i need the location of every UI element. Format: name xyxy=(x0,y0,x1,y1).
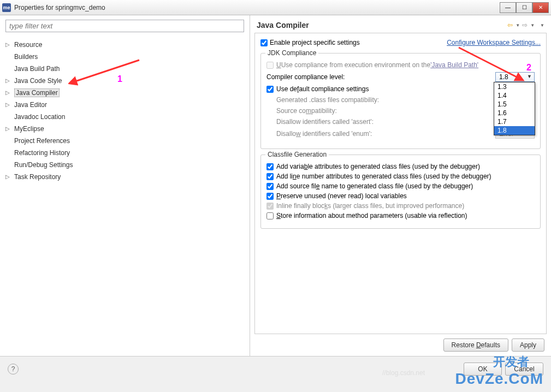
back-icon[interactable]: ⇦ xyxy=(507,21,513,29)
main-content: Resource Builders Java Build Path Java C… xyxy=(0,15,551,356)
compliance-level-row: Compiler compliance level: 1.8 1.3 1.4 1… xyxy=(266,72,535,82)
compliance-level-dropdown: 1.3 1.4 1.5 1.6 1.7 1.8 xyxy=(494,82,535,135)
enable-project-settings-checkbox[interactable] xyxy=(260,39,268,46)
inline-finally-row: Inline finally blocks (larger class file… xyxy=(266,202,535,210)
store-method-params-row: Store information about method parameter… xyxy=(266,212,535,219)
apply-button[interactable]: Apply xyxy=(512,338,544,352)
disallow-assert-label: Disallow identifiers called 'assert': xyxy=(276,118,374,126)
tree-item-run-debug-settings[interactable]: Run/Debug Settings xyxy=(5,159,244,171)
maximize-button[interactable]: ☐ xyxy=(516,2,532,13)
watermark-faint: //blog.csdn.net xyxy=(382,369,425,377)
tree-item-java-code-style[interactable]: Java Code Style xyxy=(5,75,244,87)
forward-dropdown-icon[interactable]: ▼ xyxy=(530,23,535,28)
use-exec-env-checkbox xyxy=(266,62,274,69)
add-var-attrs-checkbox[interactable] xyxy=(266,163,274,170)
configure-workspace-link[interactable]: Configure Workspace Settings... xyxy=(447,39,541,46)
tree-item-task-repository[interactable]: Task Repository xyxy=(5,171,244,183)
java-build-path-link[interactable]: 'Java Build Path' xyxy=(430,61,478,69)
dropdown-option-1-6[interactable]: 1.6 xyxy=(494,109,535,117)
gen-class-compat-label: Generated .class files compatibility: xyxy=(276,96,379,104)
close-button[interactable]: ✕ xyxy=(532,2,549,13)
store-method-params-label: Store information about method parameter… xyxy=(276,212,467,219)
classfile-generation-group: Classfile Generation Add variable attrib… xyxy=(260,155,541,229)
menu-dropdown-icon[interactable]: ▼ xyxy=(540,23,544,28)
titlebar: me Properties for springmvc_demo — ☐ ✕ xyxy=(0,0,551,15)
back-dropdown-icon[interactable]: ▼ xyxy=(516,23,520,28)
page-title: Java Compiler xyxy=(257,21,507,29)
right-body: Enable project specific settings Configu… xyxy=(254,33,547,334)
inline-finally-label: Inline finally blocks (larger class file… xyxy=(276,202,464,210)
tree-item-resource[interactable]: Resource xyxy=(5,39,244,51)
add-var-attrs-label: Add variable attributes to generated cla… xyxy=(276,163,480,170)
filter-input[interactable] xyxy=(5,20,244,32)
forward-icon[interactable]: ⇨ xyxy=(522,21,528,29)
right-header: Java Compiler ⇦▼ ⇨▼ ▼ xyxy=(250,15,551,33)
add-line-num-label: Add line number attributes to generated … xyxy=(276,173,491,180)
tree-item-builders[interactable]: Builders xyxy=(5,51,244,63)
help-icon[interactable]: ? xyxy=(8,364,19,375)
compliance-level-select[interactable]: 1.8 xyxy=(495,72,535,82)
dropdown-option-1-8[interactable]: 1.8 xyxy=(494,126,535,135)
tree-item-java-build-path[interactable]: Java Build Path xyxy=(5,63,244,75)
restore-defaults-button[interactable]: Restore Defaults xyxy=(443,338,508,352)
add-src-file-label: Add source file name to generated class … xyxy=(276,182,473,190)
tree-item-project-references[interactable]: Project References xyxy=(5,135,244,147)
dropdown-option-1-5[interactable]: 1.5 xyxy=(494,100,535,109)
tree-item-java-editor[interactable]: Java Editor xyxy=(5,99,244,111)
preserve-unused-label: Preserve unused (never read) local varia… xyxy=(276,192,407,200)
use-default-compliance-checkbox[interactable] xyxy=(266,86,274,93)
annotation-number-2: 2 xyxy=(526,63,531,73)
compliance-level-label: Compiler compliance level: xyxy=(266,73,345,81)
watermark-en: DevZe.CoM xyxy=(455,370,543,388)
use-exec-env-label: UUse compliance from execution environme… xyxy=(276,61,430,69)
enable-project-settings-label: Enable project specific settings xyxy=(270,39,360,46)
dropdown-option-1-3[interactable]: 1.3 xyxy=(494,82,535,91)
jdk-compliance-title: JDK Compliance xyxy=(265,49,318,57)
store-method-params-checkbox[interactable] xyxy=(266,212,274,219)
nav-arrows: ⇦▼ ⇨▼ ▼ xyxy=(507,21,544,29)
disallow-enum-label: Disallow identifiers called 'enum': xyxy=(276,130,372,138)
source-compat-label: Source compatibility: xyxy=(276,107,337,115)
property-tree: Resource Builders Java Build Path Java C… xyxy=(0,37,250,185)
enable-settings-row: Enable project specific settings Configu… xyxy=(260,39,541,46)
tree-item-myeclipse[interactable]: MyEclipse xyxy=(5,123,244,135)
preserve-unused-row: Preserve unused (never read) local varia… xyxy=(266,192,535,200)
window-controls: — ☐ ✕ xyxy=(500,2,549,13)
annotation-number-1: 1 xyxy=(117,74,122,84)
classfile-generation-title: Classfile Generation xyxy=(265,151,329,158)
add-src-file-checkbox[interactable] xyxy=(266,183,274,190)
left-panel: Resource Builders Java Build Path Java C… xyxy=(0,15,250,356)
watermark-cn: 开发者 xyxy=(493,354,529,370)
use-default-compliance-label: Use default compliance settings xyxy=(276,85,369,93)
window-title: Properties for springmvc_demo xyxy=(14,4,500,11)
preserve-unused-checkbox[interactable] xyxy=(266,193,274,200)
minimize-button[interactable]: — xyxy=(500,2,516,13)
restore-apply-row: Restore Defaults Apply xyxy=(250,334,551,356)
add-line-num-checkbox[interactable] xyxy=(266,173,274,180)
app-icon: me xyxy=(2,3,11,12)
jdk-compliance-group: JDK Compliance UUse compliance from exec… xyxy=(260,53,541,149)
add-var-attrs-row: Add variable attributes to generated cla… xyxy=(266,163,535,170)
inline-finally-checkbox xyxy=(266,203,274,210)
dropdown-option-1-4[interactable]: 1.4 xyxy=(494,91,535,100)
tree-item-refactoring-history[interactable]: Refactoring History xyxy=(5,147,244,159)
tree-item-java-compiler[interactable]: Java Compiler xyxy=(5,87,244,99)
add-line-num-row: Add line number attributes to generated … xyxy=(266,173,535,180)
dropdown-option-1-7[interactable]: 1.7 xyxy=(494,117,535,126)
right-panel: Java Compiler ⇦▼ ⇨▼ ▼ Enable project spe… xyxy=(250,15,551,356)
tree-item-javadoc-location[interactable]: Javadoc Location xyxy=(5,111,244,123)
add-src-file-row: Add source file name to generated class … xyxy=(266,182,535,190)
use-exec-env-row: UUse compliance from execution environme… xyxy=(266,61,535,69)
